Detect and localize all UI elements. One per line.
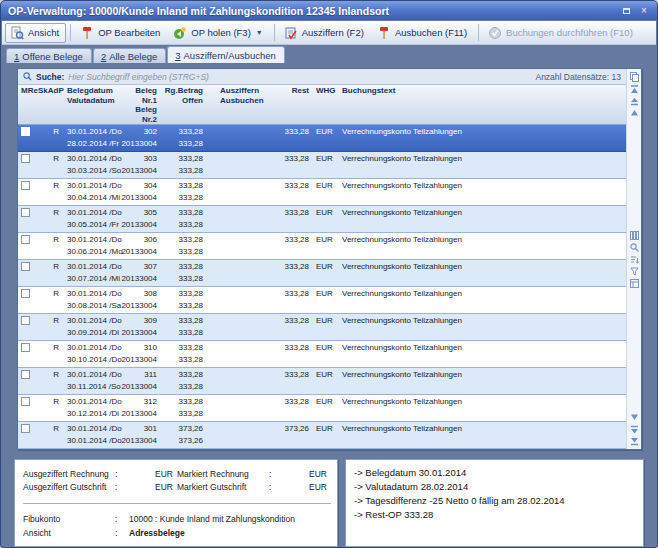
column-options-icon[interactable] bbox=[629, 230, 640, 240]
row-betrag: 333,28 333,28 bbox=[160, 341, 206, 367]
tab-offene-belege[interactable]: 1 Offene Belege bbox=[6, 48, 92, 63]
col-belegdatum[interactable]: BelegdatumValutadatum bbox=[62, 85, 118, 124]
table-header[interactable]: MReSkAdP BelegdatumValutadatum Beleg Nr.… bbox=[18, 85, 626, 125]
table-row[interactable]: R 30.01.2014 /Do 30.01.2014 /Do 301 2013… bbox=[18, 422, 626, 449]
op-bearbeiten-button[interactable]: OP Bearbeiten bbox=[75, 23, 167, 43]
post-bookings-icon bbox=[488, 26, 502, 40]
table-row[interactable]: R 30.01.2014 /Do 30.03.2014 /So 303 2013… bbox=[18, 152, 626, 179]
row-ausziffern bbox=[206, 368, 268, 394]
row-checkbox[interactable] bbox=[21, 316, 30, 325]
row-flag-re: R bbox=[53, 153, 59, 165]
row-rest: 333,28 bbox=[268, 179, 312, 205]
row-buchungstext: Verrechnungskonto Teilzahlungen bbox=[338, 368, 626, 394]
flag-header-ad[interactable]: Ad bbox=[48, 86, 59, 124]
row-betrag: 333,28 333,28 bbox=[160, 395, 206, 421]
restore-icon bbox=[623, 8, 630, 14]
fibukonto-label: Fibukonto bbox=[23, 512, 115, 526]
row-checkbox[interactable] bbox=[21, 181, 30, 190]
row-flag-re: R bbox=[53, 342, 59, 354]
row-flag-re: R bbox=[53, 207, 59, 219]
col-ausziffern[interactable]: AusziffernAusbuchen bbox=[206, 85, 268, 124]
table-row[interactable]: R 30.01.2014 /Do 30.09.2014 /Di 309 2013… bbox=[18, 314, 626, 341]
table-row[interactable]: R 30.01.2014 /Do 30.06.2014 /Mo 306 2013… bbox=[18, 233, 626, 260]
buchungen-durchfuehren-label: Buchungen durchführen (F10) bbox=[506, 27, 633, 38]
scroll-to-top-icon[interactable] bbox=[629, 84, 640, 94]
row-checkbox[interactable] bbox=[21, 154, 30, 163]
row-whg: EUR bbox=[312, 368, 338, 394]
row-beleg-nr: 307 20133004 bbox=[118, 260, 160, 286]
search-icon bbox=[23, 72, 32, 81]
row-ausziffern bbox=[206, 341, 268, 367]
ausbuchen-button[interactable]: Ausbuchen (F11) bbox=[372, 23, 474, 43]
ansicht-button[interactable]: Ansicht bbox=[5, 23, 66, 43]
scroll-to-bottom-icon[interactable] bbox=[629, 436, 640, 446]
col-whg[interactable]: WHG bbox=[312, 85, 338, 124]
tab-hotkey: 1 bbox=[14, 51, 19, 62]
grid-find-icon[interactable] bbox=[629, 242, 640, 252]
col-buchungstext[interactable]: Buchungstext bbox=[338, 85, 626, 124]
row-flag-re: R bbox=[53, 234, 59, 246]
row-checkbox[interactable] bbox=[21, 208, 30, 217]
ausgeziffert-gutschrift-label: Ausgeziffert Gutschrift bbox=[23, 481, 115, 494]
flag-header-m[interactable]: M bbox=[21, 86, 28, 124]
ausziffern-label: Ausziffern (F2) bbox=[302, 27, 364, 38]
row-checkbox[interactable] bbox=[21, 370, 30, 379]
col-rest[interactable]: Rest bbox=[268, 85, 312, 124]
row-beleg-nr: 309 20133004 bbox=[118, 314, 160, 340]
row-checkbox[interactable] bbox=[21, 262, 30, 271]
filter-icon[interactable] bbox=[629, 266, 640, 276]
scroll-page-down-icon[interactable] bbox=[629, 424, 640, 434]
row-flag-re: R bbox=[53, 126, 59, 138]
table-row[interactable]: R 30.01.2014 /Do 30.04.2014 /Mi 304 2013… bbox=[18, 179, 626, 206]
table-row[interactable]: R 30.01.2014 /Do 30.10.2014 /Do 310 2013… bbox=[18, 341, 626, 368]
tab-alle-belege[interactable]: 2 Alle Belege bbox=[93, 48, 166, 63]
table-row[interactable]: R 30.01.2014 /Do 28.02.2014 /Fr 302 2013… bbox=[18, 125, 626, 152]
row-checkbox[interactable] bbox=[21, 343, 30, 352]
col-beleg-nr[interactable]: Beleg Nr.1Beleg Nr.2 bbox=[118, 85, 160, 124]
copy-grid-icon[interactable] bbox=[629, 72, 640, 82]
tab-ausziffern-ausbuchen[interactable]: 3 Ausziffern/Ausbuchen bbox=[167, 46, 285, 63]
flag-header-sk[interactable]: Sk bbox=[38, 86, 48, 124]
search-input[interactable]: Hier Suchbegriff eingeben (STRG+S) bbox=[68, 72, 531, 82]
row-ausziffern bbox=[206, 260, 268, 286]
dropdown-arrow-icon[interactable]: ▼ bbox=[256, 29, 263, 36]
writeoff-hammer-icon bbox=[377, 26, 391, 40]
col-betrag[interactable]: Rg.BetragOffen bbox=[160, 85, 206, 124]
grid-search-bar[interactable]: Suche: Hier Suchbegriff eingeben (STRG+S… bbox=[18, 69, 626, 85]
markiert-rechnung-label: Markiert Rechnung bbox=[177, 468, 269, 481]
close-window-button[interactable]: × bbox=[637, 5, 651, 17]
info-tagesdifferenz: -> Tagesdifferenz -25 Netto 0 fällig am … bbox=[354, 494, 635, 508]
ansicht-value: Adressbelege bbox=[129, 526, 331, 540]
tab-label: Offene Belege bbox=[22, 51, 83, 62]
row-checkbox[interactable] bbox=[21, 424, 30, 433]
restore-window-button[interactable] bbox=[619, 5, 633, 17]
row-checkbox[interactable] bbox=[21, 397, 30, 406]
export-grid-icon[interactable] bbox=[629, 278, 640, 288]
scroll-page-up-icon[interactable] bbox=[629, 96, 640, 106]
row-rest: 333,28 bbox=[268, 152, 312, 178]
op-holen-button[interactable]: OP holen (F3) ▼ bbox=[168, 23, 269, 43]
content-area: Suche: Hier Suchbegriff eingeben (STRG+S… bbox=[1, 63, 657, 548]
table-row[interactable]: R 30.01.2014 /Do 30.05.2014 /Fr 305 2013… bbox=[18, 206, 626, 233]
row-dates: 30.01.2014 /Do 30.06.2014 /Mo bbox=[62, 233, 118, 259]
scroll-up-icon[interactable] bbox=[629, 108, 640, 118]
fetch-icon bbox=[173, 26, 187, 40]
table-row[interactable]: R 30.01.2014 /Do 30.07.2014 /Mi 307 2013… bbox=[18, 260, 626, 287]
row-whg: EUR bbox=[312, 179, 338, 205]
scroll-down-icon[interactable] bbox=[629, 412, 640, 422]
row-checkbox[interactable] bbox=[21, 289, 30, 298]
ausbuchen-label: Ausbuchen (F11) bbox=[395, 27, 467, 38]
ausziffern-button[interactable]: Ausziffern (F2) bbox=[279, 23, 371, 43]
table-row[interactable]: R 30.01.2014 /Do 30.11.2014 /So 311 2013… bbox=[18, 368, 626, 395]
markiert-gutschrift-label: Markiert Gutschrift bbox=[177, 481, 269, 494]
ausgeziffert-rechnung-label: Ausgeziffert Rechnung bbox=[23, 468, 115, 481]
flag-header-re[interactable]: Re bbox=[28, 86, 38, 124]
info-belegdatum: -> Belegdatum 30.01.2014 bbox=[354, 466, 635, 480]
table-row[interactable]: R 30.01.2014 /Do 30.12.2014 /Di 312 2013… bbox=[18, 395, 626, 422]
table-row[interactable]: R 30.01.2014 /Do 30.08.2014 /Sa 308 2013… bbox=[18, 287, 626, 314]
row-checkbox[interactable] bbox=[21, 127, 30, 136]
row-checkbox[interactable] bbox=[21, 235, 30, 244]
row-flag-re: R bbox=[53, 423, 59, 435]
sort-icon[interactable] bbox=[629, 254, 640, 264]
row-buchungstext: Verrechnungskonto Teilzahlungen bbox=[338, 206, 626, 232]
